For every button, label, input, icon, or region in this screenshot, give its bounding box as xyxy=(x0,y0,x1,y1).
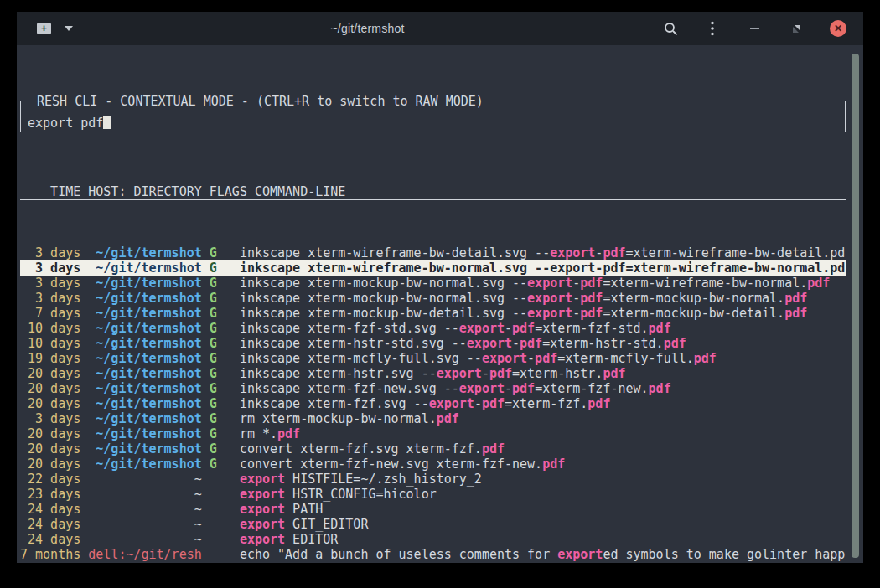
table-header: TIME HOST: DIRECTORY FLAGS COMMAND-LINE xyxy=(20,184,846,200)
history-row[interactable]: 10 days ~/git/termshot G inkscape xterm-… xyxy=(20,321,846,336)
history-row[interactable]: 20 days ~/git/termshot G convert xterm-f… xyxy=(20,441,846,456)
history-row[interactable]: 20 days ~/git/termshot G convert xterm-f… xyxy=(20,456,846,472)
restore-icon[interactable] xyxy=(788,20,805,37)
minimize-icon[interactable] xyxy=(746,20,763,37)
search-box[interactable]: RESH CLI - CONTEXTUAL MODE - (CTRL+R to … xyxy=(20,101,846,132)
history-row[interactable]: 3 days ~/git/termshot G inkscape xterm-m… xyxy=(20,291,846,306)
history-row[interactable]: 24 days ~ export GIT_EDITOR xyxy=(20,517,846,532)
history-row[interactable]: 7 months dell:~/git/resh echo "Add a bun… xyxy=(20,547,846,562)
history-row[interactable]: 20 days ~/git/termshot G inkscape xterm-… xyxy=(20,396,846,411)
history-row[interactable]: 7 days ~/git/termshot G inkscape xterm-m… xyxy=(20,306,846,321)
titlebar: + ~/git/termshot xyxy=(17,12,863,45)
history-row[interactable]: 3 days ~/git/termshot G rm xterm-mockup-… xyxy=(20,411,846,426)
history-row[interactable]: 23 days ~ export HSTR_CONFIG=hicolor xyxy=(20,487,846,502)
history-row[interactable]: 19 days ~/git/termshot G inkscape xterm-… xyxy=(20,351,846,366)
new-tab-icon[interactable]: + xyxy=(37,23,51,34)
dropdown-caret-icon[interactable] xyxy=(65,26,73,31)
history-row-selected[interactable]: 3 days ~/git/termshot G inkscape xterm-w… xyxy=(20,260,846,276)
history-row[interactable]: 20 days ~/git/termshot G rm *.pdf xyxy=(20,426,846,441)
history-row[interactable]: 10 days ~/git/termshot G inkscape xterm-… xyxy=(20,336,846,351)
history-row[interactable]: 20 days ~/git/termshot G inkscape xterm-… xyxy=(20,366,846,381)
close-icon[interactable]: ✕ xyxy=(830,20,846,37)
history-rows: 3 days ~/git/termshot G inkscape xterm-w… xyxy=(20,245,846,563)
terminal-content: RESH CLI - CONTEXTUAL MODE - (CTRL+R to … xyxy=(17,45,863,563)
history-row[interactable]: 8 months dell:~/git/resh neato /tmp/resh… xyxy=(20,562,846,563)
history-row[interactable]: 3 days ~/git/termshot G inkscape xterm-w… xyxy=(20,245,846,260)
search-box-title: RESH CLI - CONTEXTUAL MODE - (CTRL+R to … xyxy=(31,94,489,109)
history-row[interactable]: 24 days ~ export EDITOR xyxy=(20,532,846,547)
history-row[interactable]: 22 days ~ export HISTFILE=~/.zsh_history… xyxy=(20,472,846,487)
search-icon[interactable] xyxy=(662,20,679,37)
history-row[interactable]: 3 days ~/git/termshot G inkscape xterm-m… xyxy=(20,276,846,291)
scrollbar-thumb[interactable] xyxy=(852,54,859,558)
menu-kebab-icon[interactable] xyxy=(704,20,721,37)
terminal-window: + ~/git/termshot xyxy=(17,12,863,563)
search-input[interactable]: export pdf xyxy=(28,116,111,131)
history-row[interactable]: 24 days ~ export PATH xyxy=(20,502,846,517)
text-cursor xyxy=(103,116,111,129)
search-query-text: export pdf xyxy=(28,116,103,131)
history-row[interactable]: 20 days ~/git/termshot G inkscape xterm-… xyxy=(20,381,846,396)
window-title: ~/git/termshot xyxy=(73,22,662,35)
